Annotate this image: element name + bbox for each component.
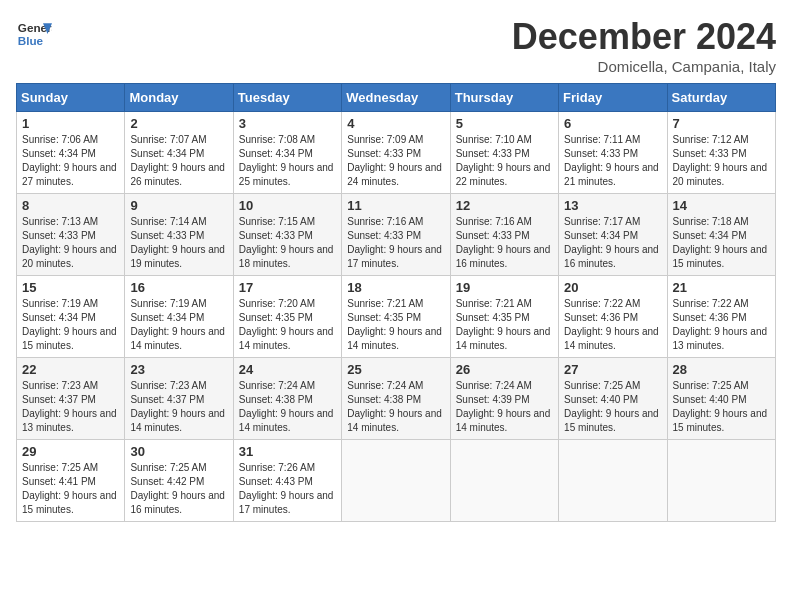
cell-text: Sunrise: 7:24 AMSunset: 4:39 PMDaylight:… — [456, 380, 551, 433]
day-cell: 6Sunrise: 7:11 AMSunset: 4:33 PMDaylight… — [559, 112, 667, 194]
day-cell: 30Sunrise: 7:25 AMSunset: 4:42 PMDayligh… — [125, 440, 233, 522]
day-cell: 13Sunrise: 7:17 AMSunset: 4:34 PMDayligh… — [559, 194, 667, 276]
day-number: 22 — [22, 362, 119, 377]
cell-text: Sunrise: 7:21 AMSunset: 4:35 PMDaylight:… — [347, 298, 442, 351]
day-number: 28 — [673, 362, 770, 377]
page-header: General Blue December 2024 Domicella, Ca… — [16, 16, 776, 75]
calendar-table: SundayMondayTuesdayWednesdayThursdayFrid… — [16, 83, 776, 522]
day-number: 24 — [239, 362, 336, 377]
day-number: 13 — [564, 198, 661, 213]
cell-text: Sunrise: 7:24 AMSunset: 4:38 PMDaylight:… — [239, 380, 334, 433]
cell-text: Sunrise: 7:19 AMSunset: 4:34 PMDaylight:… — [130, 298, 225, 351]
day-number: 20 — [564, 280, 661, 295]
cell-text: Sunrise: 7:24 AMSunset: 4:38 PMDaylight:… — [347, 380, 442, 433]
day-cell: 11Sunrise: 7:16 AMSunset: 4:33 PMDayligh… — [342, 194, 450, 276]
day-cell: 14Sunrise: 7:18 AMSunset: 4:34 PMDayligh… — [667, 194, 775, 276]
day-number: 9 — [130, 198, 227, 213]
cell-text: Sunrise: 7:06 AMSunset: 4:34 PMDaylight:… — [22, 134, 117, 187]
day-cell: 26Sunrise: 7:24 AMSunset: 4:39 PMDayligh… — [450, 358, 558, 440]
cell-text: Sunrise: 7:09 AMSunset: 4:33 PMDaylight:… — [347, 134, 442, 187]
week-row-2: 8Sunrise: 7:13 AMSunset: 4:33 PMDaylight… — [17, 194, 776, 276]
month-title: December 2024 — [512, 16, 776, 58]
day-number: 2 — [130, 116, 227, 131]
cell-text: Sunrise: 7:22 AMSunset: 4:36 PMDaylight:… — [673, 298, 768, 351]
cell-text: Sunrise: 7:23 AMSunset: 4:37 PMDaylight:… — [130, 380, 225, 433]
location-title: Domicella, Campania, Italy — [512, 58, 776, 75]
day-number: 26 — [456, 362, 553, 377]
cell-text: Sunrise: 7:25 AMSunset: 4:41 PMDaylight:… — [22, 462, 117, 515]
day-number: 4 — [347, 116, 444, 131]
day-cell: 31Sunrise: 7:26 AMSunset: 4:43 PMDayligh… — [233, 440, 341, 522]
day-number: 31 — [239, 444, 336, 459]
col-header-thursday: Thursday — [450, 84, 558, 112]
cell-text: Sunrise: 7:25 AMSunset: 4:40 PMDaylight:… — [673, 380, 768, 433]
day-cell: 1Sunrise: 7:06 AMSunset: 4:34 PMDaylight… — [17, 112, 125, 194]
day-cell: 24Sunrise: 7:24 AMSunset: 4:38 PMDayligh… — [233, 358, 341, 440]
day-cell: 7Sunrise: 7:12 AMSunset: 4:33 PMDaylight… — [667, 112, 775, 194]
week-row-1: 1Sunrise: 7:06 AMSunset: 4:34 PMDaylight… — [17, 112, 776, 194]
cell-text: Sunrise: 7:12 AMSunset: 4:33 PMDaylight:… — [673, 134, 768, 187]
cell-text: Sunrise: 7:19 AMSunset: 4:34 PMDaylight:… — [22, 298, 117, 351]
day-number: 10 — [239, 198, 336, 213]
cell-text: Sunrise: 7:18 AMSunset: 4:34 PMDaylight:… — [673, 216, 768, 269]
day-cell: 17Sunrise: 7:20 AMSunset: 4:35 PMDayligh… — [233, 276, 341, 358]
cell-text: Sunrise: 7:17 AMSunset: 4:34 PMDaylight:… — [564, 216, 659, 269]
day-cell — [342, 440, 450, 522]
col-header-tuesday: Tuesday — [233, 84, 341, 112]
logo: General Blue — [16, 16, 52, 52]
week-row-5: 29Sunrise: 7:25 AMSunset: 4:41 PMDayligh… — [17, 440, 776, 522]
day-number: 11 — [347, 198, 444, 213]
header-row: SundayMondayTuesdayWednesdayThursdayFrid… — [17, 84, 776, 112]
day-cell: 18Sunrise: 7:21 AMSunset: 4:35 PMDayligh… — [342, 276, 450, 358]
day-number: 18 — [347, 280, 444, 295]
day-cell: 29Sunrise: 7:25 AMSunset: 4:41 PMDayligh… — [17, 440, 125, 522]
day-cell: 5Sunrise: 7:10 AMSunset: 4:33 PMDaylight… — [450, 112, 558, 194]
week-row-3: 15Sunrise: 7:19 AMSunset: 4:34 PMDayligh… — [17, 276, 776, 358]
cell-text: Sunrise: 7:16 AMSunset: 4:33 PMDaylight:… — [347, 216, 442, 269]
day-cell — [559, 440, 667, 522]
day-cell: 27Sunrise: 7:25 AMSunset: 4:40 PMDayligh… — [559, 358, 667, 440]
cell-text: Sunrise: 7:13 AMSunset: 4:33 PMDaylight:… — [22, 216, 117, 269]
day-number: 23 — [130, 362, 227, 377]
col-header-wednesday: Wednesday — [342, 84, 450, 112]
title-block: December 2024 Domicella, Campania, Italy — [512, 16, 776, 75]
day-cell: 19Sunrise: 7:21 AMSunset: 4:35 PMDayligh… — [450, 276, 558, 358]
cell-text: Sunrise: 7:23 AMSunset: 4:37 PMDaylight:… — [22, 380, 117, 433]
day-number: 30 — [130, 444, 227, 459]
day-cell: 28Sunrise: 7:25 AMSunset: 4:40 PMDayligh… — [667, 358, 775, 440]
day-number: 25 — [347, 362, 444, 377]
day-cell: 16Sunrise: 7:19 AMSunset: 4:34 PMDayligh… — [125, 276, 233, 358]
day-cell — [667, 440, 775, 522]
day-cell: 12Sunrise: 7:16 AMSunset: 4:33 PMDayligh… — [450, 194, 558, 276]
cell-text: Sunrise: 7:14 AMSunset: 4:33 PMDaylight:… — [130, 216, 225, 269]
cell-text: Sunrise: 7:20 AMSunset: 4:35 PMDaylight:… — [239, 298, 334, 351]
cell-text: Sunrise: 7:22 AMSunset: 4:36 PMDaylight:… — [564, 298, 659, 351]
day-cell: 21Sunrise: 7:22 AMSunset: 4:36 PMDayligh… — [667, 276, 775, 358]
col-header-monday: Monday — [125, 84, 233, 112]
day-cell: 2Sunrise: 7:07 AMSunset: 4:34 PMDaylight… — [125, 112, 233, 194]
svg-text:Blue: Blue — [18, 34, 44, 47]
day-number: 27 — [564, 362, 661, 377]
day-number: 29 — [22, 444, 119, 459]
day-cell: 20Sunrise: 7:22 AMSunset: 4:36 PMDayligh… — [559, 276, 667, 358]
day-number: 16 — [130, 280, 227, 295]
day-number: 1 — [22, 116, 119, 131]
day-cell: 4Sunrise: 7:09 AMSunset: 4:33 PMDaylight… — [342, 112, 450, 194]
logo-icon: General Blue — [16, 16, 52, 52]
day-number: 14 — [673, 198, 770, 213]
cell-text: Sunrise: 7:07 AMSunset: 4:34 PMDaylight:… — [130, 134, 225, 187]
day-number: 21 — [673, 280, 770, 295]
cell-text: Sunrise: 7:10 AMSunset: 4:33 PMDaylight:… — [456, 134, 551, 187]
day-number: 7 — [673, 116, 770, 131]
day-cell — [450, 440, 558, 522]
day-number: 15 — [22, 280, 119, 295]
day-cell: 25Sunrise: 7:24 AMSunset: 4:38 PMDayligh… — [342, 358, 450, 440]
cell-text: Sunrise: 7:25 AMSunset: 4:42 PMDaylight:… — [130, 462, 225, 515]
day-cell: 9Sunrise: 7:14 AMSunset: 4:33 PMDaylight… — [125, 194, 233, 276]
day-cell: 8Sunrise: 7:13 AMSunset: 4:33 PMDaylight… — [17, 194, 125, 276]
col-header-sunday: Sunday — [17, 84, 125, 112]
day-cell: 23Sunrise: 7:23 AMSunset: 4:37 PMDayligh… — [125, 358, 233, 440]
cell-text: Sunrise: 7:08 AMSunset: 4:34 PMDaylight:… — [239, 134, 334, 187]
day-number: 3 — [239, 116, 336, 131]
day-number: 12 — [456, 198, 553, 213]
